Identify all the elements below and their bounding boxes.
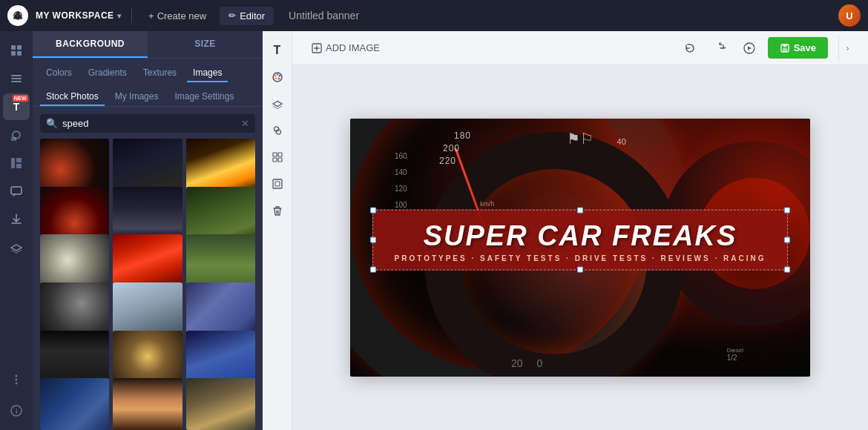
document-title[interactable]: Untitled banner (289, 10, 831, 22)
sidebar-item-list[interactable] (3, 65, 30, 92)
logo[interactable] (7, 5, 28, 26)
list-item[interactable] (186, 378, 255, 430)
handle-bottom-left[interactable] (370, 267, 376, 273)
speedo-numbers: 180 200 220 (454, 130, 471, 167)
sidebar-item-elements[interactable] (3, 150, 30, 176)
editor-button[interactable]: ✏ Editor (220, 7, 274, 25)
svg-rect-14 (16, 164, 22, 168)
layers-tool-button[interactable] (266, 92, 289, 116)
main-body: NEW T (0, 31, 868, 430)
list-item[interactable] (113, 234, 182, 286)
svg-point-2 (16, 14, 19, 17)
sidebar-item-export[interactable] (3, 206, 30, 233)
handle-top-mid[interactable] (577, 207, 583, 213)
search-clear-icon[interactable]: ✕ (241, 118, 249, 129)
collapse-panel-button[interactable]: › (838, 35, 856, 62)
list-item[interactable] (113, 282, 182, 334)
play-button[interactable] (738, 37, 760, 59)
avatar[interactable]: U (838, 4, 861, 27)
speedo-scale: 160 140 120 100 (395, 148, 407, 214)
image-grid (33, 139, 263, 430)
nav-divider (131, 8, 132, 23)
list-item[interactable] (113, 331, 182, 383)
handle-top-right[interactable] (784, 207, 790, 213)
banner-strip[interactable]: SUPER CAR FREAKS PROTOTYPES · SAFETY TES… (372, 209, 788, 271)
tab-background[interactable]: BACKGROUND (33, 31, 148, 58)
new-badge: NEW (13, 95, 28, 102)
source-tabs: Stock Photos My Images Image Settings (33, 82, 263, 107)
add-image-label: ADD IMAGE (326, 42, 380, 53)
svg-point-16 (16, 375, 18, 377)
add-image-button[interactable]: ADD IMAGE (304, 39, 387, 57)
svg-rect-15 (11, 187, 22, 194)
list-item[interactable] (113, 187, 182, 239)
svg-rect-30 (278, 158, 282, 162)
list-item[interactable] (40, 282, 109, 334)
sub-tabs: Colors Gradients Textures Images (33, 59, 263, 82)
list-item[interactable] (186, 139, 255, 191)
svg-point-23 (276, 73, 278, 76)
canvas-toolbar: ADD IMAGE (292, 31, 868, 65)
top-nav: MY WORKSPACE ▾ + Create new ✏ Editor Unt… (0, 0, 868, 31)
workspace-label[interactable]: MY WORKSPACE ▾ (36, 10, 121, 21)
list-item[interactable] (186, 331, 255, 383)
list-item[interactable] (40, 187, 109, 239)
canvas-workspace[interactable]: 180 200 220 160 140 120 100 km/h ⚑⚐ (292, 65, 868, 430)
sidebar-item-shapes[interactable] (3, 122, 30, 148)
handle-bottom-mid[interactable] (577, 267, 583, 273)
source-tab-image-settings[interactable]: Image Settings (168, 88, 240, 106)
list-item[interactable] (40, 234, 109, 286)
sidebar-item-info[interactable]: i (3, 397, 30, 424)
sidebar-item-layers[interactable] (3, 234, 30, 261)
tab-size[interactable]: SIZE (148, 31, 263, 58)
svg-rect-32 (275, 182, 280, 186)
source-tab-my-images[interactable]: My Images (109, 88, 165, 106)
source-tab-stock[interactable]: Stock Photos (40, 88, 105, 106)
banner[interactable]: 180 200 220 160 140 120 100 km/h ⚑⚐ (350, 119, 810, 377)
text-tool-button[interactable]: T (266, 39, 289, 62)
subtab-gradients[interactable]: Gradients (82, 64, 133, 82)
frame-tool-button[interactable] (266, 172, 289, 196)
save-button[interactable]: Save (768, 37, 828, 59)
bottom-gauge-numbers: 20 0 (511, 357, 542, 369)
banner-title: SUPER CAR FREAKS (388, 220, 772, 251)
svg-point-26 (274, 78, 277, 80)
list-item[interactable] (186, 234, 255, 286)
redo-button[interactable] (708, 37, 731, 59)
svg-rect-27 (273, 153, 277, 156)
workspace-text: MY WORKSPACE (36, 10, 114, 21)
search-icon: 🔍 (46, 118, 58, 129)
tool-strip: T (263, 31, 292, 430)
list-item[interactable] (186, 282, 255, 334)
subtab-colors[interactable]: Colors (40, 64, 78, 82)
handle-bottom-right[interactable] (784, 267, 790, 273)
undo-button[interactable] (679, 37, 701, 59)
list-item[interactable] (40, 139, 109, 191)
subtab-textures[interactable]: Textures (137, 64, 183, 82)
sidebar-item-text[interactable]: NEW T (3, 93, 30, 120)
palette-tool-button[interactable] (266, 65, 289, 89)
create-new-button[interactable]: + Create new (142, 7, 212, 24)
sidebar-item-grid[interactable] (3, 37, 30, 64)
sidebar-item-messages[interactable] (3, 178, 30, 205)
search-input[interactable] (62, 118, 237, 129)
banner-subtitle: PROTOTYPES · SAFETY TESTS · DRIVE TESTS … (388, 254, 772, 262)
trash-tool-button[interactable] (266, 199, 289, 222)
svg-rect-8 (11, 78, 22, 79)
link-tool-button[interactable] (266, 119, 289, 142)
handle-mid-right[interactable] (784, 237, 790, 243)
handle-mid-left[interactable] (370, 237, 376, 243)
svg-rect-11 (11, 137, 16, 141)
handle-top-left[interactable] (370, 207, 376, 213)
grid-tool-button[interactable] (266, 145, 289, 169)
list-item[interactable] (40, 331, 109, 383)
list-item[interactable] (113, 139, 182, 191)
subtab-images[interactable]: Images (187, 64, 228, 82)
left-panel: BACKGROUND SIZE Colors Gradients Texture… (33, 31, 263, 430)
list-item[interactable] (40, 378, 109, 430)
svg-rect-31 (273, 179, 282, 188)
sidebar-item-more[interactable] (3, 366, 30, 393)
svg-rect-12 (11, 158, 15, 168)
list-item[interactable] (186, 187, 255, 239)
list-item[interactable] (113, 378, 182, 430)
